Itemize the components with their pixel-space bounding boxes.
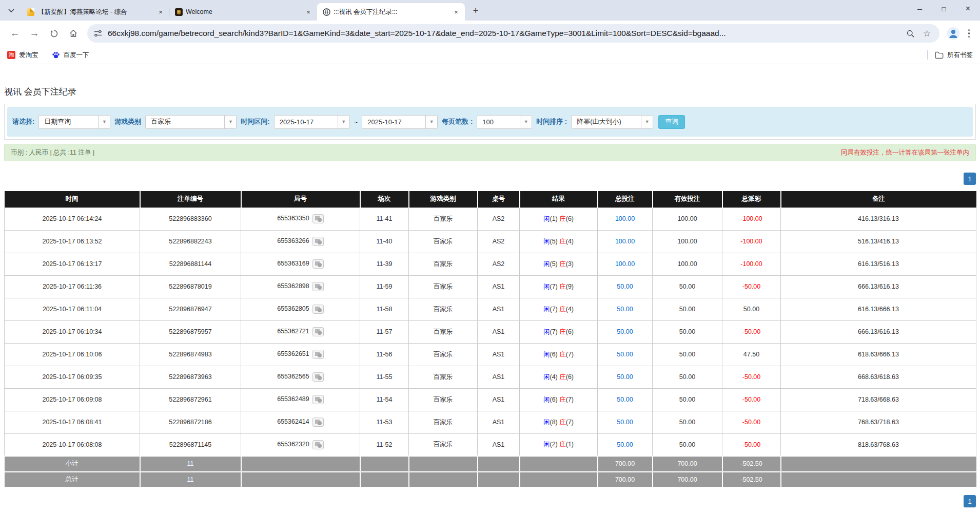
table-no-cell: AS1 xyxy=(478,343,520,366)
replay-icon[interactable] xyxy=(312,305,324,314)
address-bar[interactable]: 66cxkj98.com/game/betrecord_search/kind3… xyxy=(87,24,939,43)
note-cell: 718.63/668.63 xyxy=(781,388,976,411)
tab-search-button[interactable] xyxy=(4,4,18,18)
payout-cell: -100.00 xyxy=(722,230,781,253)
chevron-down-icon[interactable]: ▼ xyxy=(520,116,532,128)
valid-bet-cell: 50.00 xyxy=(653,366,722,388)
back-button[interactable]: ← xyxy=(6,25,24,42)
time-cell: 2025-10-17 06:14:24 xyxy=(5,207,140,230)
payout-cell: -50.00 xyxy=(722,388,781,411)
profile-avatar[interactable] xyxy=(945,25,962,42)
game-cell: 百家乐 xyxy=(409,411,478,433)
site-info-icon[interactable] xyxy=(93,29,103,38)
tab-title: 【新提醒】海燕策略论坛 - 综合 xyxy=(38,8,153,16)
total-bet-link[interactable]: 100.00 xyxy=(615,238,635,245)
bet-id-cell: 522896873963 xyxy=(140,366,241,388)
replay-icon[interactable] xyxy=(312,237,324,246)
result-cell: 闲(6) 庄(7) xyxy=(520,388,598,411)
filter-panel: 请选择: 日期查询 ▼ 游戏类别 百家乐 ▼ 时间区间: 2025-10-17 … xyxy=(4,104,976,140)
replay-icon[interactable] xyxy=(312,418,324,427)
table-row: 2025-10-17 06:11:04 522896876947 6553628… xyxy=(5,298,976,320)
valid-bet-cell: 50.00 xyxy=(653,433,722,456)
all-bookmarks-button[interactable]: 所有书签 xyxy=(935,51,973,60)
total-payout: -502.50 xyxy=(722,471,781,487)
zoom-icon[interactable] xyxy=(905,27,917,40)
replay-icon[interactable] xyxy=(312,440,324,449)
chevron-down-icon[interactable]: ▼ xyxy=(224,116,236,128)
browser-menu-icon[interactable] xyxy=(963,27,975,40)
date-range-label: 时间区间: xyxy=(241,117,269,126)
game-type-select[interactable]: 百家乐 ▼ xyxy=(145,115,237,129)
replay-icon[interactable] xyxy=(312,214,324,223)
table-row: 2025-10-17 06:13:52 522896882243 6553632… xyxy=(5,230,976,253)
tab-forum[interactable]: 【新提醒】海燕策略论坛 - 综合 × xyxy=(22,3,169,21)
total-bet-link[interactable]: 50.00 xyxy=(617,396,633,403)
bet-id-cell: 522896881144 xyxy=(140,253,241,275)
total-bet-cell: 50.00 xyxy=(598,366,653,388)
date-end-input[interactable]: 2025-10-17 ▼ xyxy=(362,115,438,129)
table-row: 2025-10-17 06:11:36 522896878019 6553628… xyxy=(5,275,976,298)
filter-bar: 请选择: 日期查询 ▼ 游戏类别 百家乐 ▼ 时间区间: 2025-10-17 … xyxy=(7,107,973,137)
total-bet-link[interactable]: 50.00 xyxy=(617,283,633,290)
all-bookmarks-label: 所有书签 xyxy=(947,51,973,60)
table-no-cell: AS1 xyxy=(478,388,520,411)
query-type-select[interactable]: 日期查询 ▼ xyxy=(38,115,110,129)
replay-icon[interactable] xyxy=(312,259,324,269)
replay-icon[interactable] xyxy=(312,372,324,382)
bookmark-star-icon[interactable]: ☆ xyxy=(921,27,933,40)
page-size-select[interactable]: 100 ▼ xyxy=(477,115,532,129)
round-cell: 655362320 xyxy=(241,433,360,456)
new-tab-button[interactable]: + xyxy=(469,4,482,17)
globe-favicon-icon xyxy=(322,8,330,16)
note-cell: 618.63/666.13 xyxy=(781,343,976,366)
round-cell: 655362414 xyxy=(241,411,360,433)
bet-id-cell: 522896878019 xyxy=(140,275,241,298)
tab-close-icon[interactable]: × xyxy=(304,7,313,16)
tab-bet-records[interactable]: :::视讯 会员下注纪录::: × xyxy=(317,3,465,21)
replay-icon[interactable] xyxy=(312,350,324,359)
total-bet-link[interactable]: 100.00 xyxy=(615,215,635,222)
tab-welcome[interactable]: Welcome × xyxy=(169,3,317,21)
minimize-icon[interactable]: ─ xyxy=(908,0,932,17)
chevron-down-icon[interactable]: ▼ xyxy=(338,116,349,128)
replay-icon[interactable] xyxy=(312,395,324,404)
tab-close-icon[interactable]: × xyxy=(452,7,461,16)
replay-icon[interactable] xyxy=(312,327,324,336)
date-start-input[interactable]: 2025-10-17 ▼ xyxy=(274,115,350,129)
total-bet-link[interactable]: 50.00 xyxy=(617,306,633,313)
table-row: 2025-10-17 06:10:34 522896875957 6553627… xyxy=(5,320,976,343)
page-1-button[interactable]: 1 xyxy=(964,495,976,507)
total-bet-link[interactable]: 50.00 xyxy=(617,441,633,448)
total-bet-link[interactable]: 50.00 xyxy=(617,373,633,381)
bookmark-taobao[interactable]: 淘 爱淘宝 xyxy=(7,51,38,60)
bookmark-baidu[interactable]: 百度一下 xyxy=(52,51,89,60)
tab-close-icon[interactable]: × xyxy=(156,7,165,16)
total-bet-link[interactable]: 50.00 xyxy=(617,328,633,335)
payout-cell: -50.00 xyxy=(722,411,781,433)
reload-button[interactable] xyxy=(45,25,63,42)
bet-records-table: 时间 注单编号 局号 场次 游戏类别 桌号 结果 总投注 有效投注 总派彩 备注… xyxy=(4,191,976,487)
page-1-button[interactable]: 1 xyxy=(964,173,976,185)
close-icon[interactable]: × xyxy=(956,0,980,17)
home-button[interactable] xyxy=(65,25,82,42)
chevron-down-icon[interactable]: ▼ xyxy=(641,116,653,128)
valid-bet-cell: 50.00 xyxy=(653,388,722,411)
payout-cell: 50.00 xyxy=(722,298,781,320)
total-bet-link[interactable]: 50.00 xyxy=(617,419,633,426)
table-no-cell: AS2 xyxy=(478,230,520,253)
chevron-down-icon[interactable]: ▼ xyxy=(98,116,110,128)
table-no-cell: AS1 xyxy=(478,298,520,320)
forward-button[interactable]: → xyxy=(26,25,43,42)
url-text[interactable]: 66cxkj98.com/game/betrecord_search/kind3… xyxy=(108,29,900,38)
replay-icon[interactable] xyxy=(312,282,324,291)
total-bet-cell: 50.00 xyxy=(598,411,653,433)
total-bet-link[interactable]: 50.00 xyxy=(617,351,633,358)
maximize-icon[interactable]: □ xyxy=(932,0,956,17)
chevron-down-icon[interactable]: ▼ xyxy=(425,116,437,128)
table-no-cell: AS2 xyxy=(478,253,520,275)
search-button[interactable]: 查询 xyxy=(658,115,685,129)
page-content: 视讯 会员下注纪录 请选择: 日期查询 ▼ 游戏类别 百家乐 ▼ 时间区间: 2… xyxy=(0,86,980,507)
total-bet-link[interactable]: 100.00 xyxy=(615,260,635,268)
time-cell: 2025-10-17 06:09:35 xyxy=(5,366,140,388)
sort-select[interactable]: 降幂(由大到小) ▼ xyxy=(571,115,653,129)
